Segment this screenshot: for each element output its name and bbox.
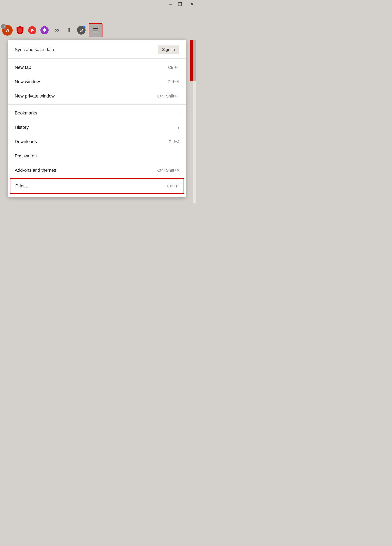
menu-item-print[interactable]: Print... Ctrl+P: [10, 178, 184, 194]
menu-item-passwords[interactable]: Passwords: [8, 149, 186, 163]
main-menu-button[interactable]: [89, 23, 102, 37]
notification-badge: 15: [1, 24, 6, 29]
infinity-icon: ∞: [55, 26, 59, 34]
brave-shields-button[interactable]: [15, 25, 25, 35]
history-chevron-icon: ›: [178, 125, 179, 130]
browser-toolbar: 15 w ✱ ∞ ⬆ ⊙: [0, 20, 196, 40]
asterisk-icon: ✱: [40, 26, 49, 34]
sync-label: Sync and save data: [15, 47, 54, 52]
window-controls: ─ ❐ ✕: [169, 2, 194, 6]
menu-item-new-window[interactable]: New window Ctrl+N: [8, 75, 186, 89]
profile-button[interactable]: ⊙: [76, 25, 86, 35]
menu-item-addons[interactable]: Add-ons and themes Ctrl+Shift+A: [8, 163, 186, 177]
title-bar: ─ ❐ ✕: [0, 0, 196, 20]
minimize-button[interactable]: ─: [169, 2, 172, 6]
brave-rewards-button[interactable]: ∞: [52, 25, 62, 35]
scrollbar-thumb[interactable]: [193, 40, 196, 81]
new-private-window-shortcut: Ctrl+Shift+P: [157, 94, 179, 98]
divider-2: [8, 104, 186, 105]
wallet-icon: 15 w: [2, 25, 13, 36]
downloads-shortcut: Ctrl+J: [168, 139, 179, 144]
new-window-label: New window: [15, 79, 40, 84]
main-menu-dropdown: Sync and save data Sign In New tab Ctrl+…: [8, 40, 186, 197]
downloads-label: Downloads: [15, 139, 37, 144]
brave-wallet-button[interactable]: 15 w: [2, 25, 13, 36]
avatar-icon: ⊙: [77, 26, 86, 35]
hamburger-icon: [93, 28, 98, 32]
menu-item-bookmarks[interactable]: Bookmarks ›: [8, 106, 186, 120]
menu-item-downloads[interactable]: Downloads Ctrl+J: [8, 135, 186, 149]
share-button[interactable]: ⬆: [64, 25, 74, 35]
notification-dot: [83, 26, 86, 28]
menu-item-new-tab[interactable]: New tab Ctrl+T: [8, 60, 186, 75]
print-shortcut: Ctrl+P: [167, 184, 179, 188]
play-triangle-icon: [31, 29, 34, 32]
shield-icon: [16, 26, 24, 35]
wallet-letter: w: [6, 28, 9, 33]
divider-1: [8, 58, 186, 59]
brave-talk-button[interactable]: [27, 25, 37, 35]
upload-icon: ⬆: [67, 27, 71, 33]
new-tab-label: New tab: [15, 65, 31, 70]
bookmarks-label: Bookmarks: [15, 110, 37, 116]
print-label: Print...: [15, 183, 28, 189]
play-circle-icon: [28, 26, 36, 34]
new-window-shortcut: Ctrl+N: [168, 79, 179, 84]
menu-item-new-private-window[interactable]: New private window Ctrl+Shift+P: [8, 89, 186, 103]
brave-leo-button[interactable]: ✱: [40, 25, 49, 35]
scrollbar-track[interactable]: [193, 40, 196, 203]
sync-header: Sync and save data Sign In: [8, 42, 186, 57]
menu-item-history[interactable]: History ›: [8, 120, 186, 135]
new-tab-shortcut: Ctrl+T: [168, 65, 179, 70]
passwords-label: Passwords: [15, 153, 37, 159]
new-private-window-label: New private window: [15, 93, 55, 99]
maximize-button[interactable]: ❐: [178, 2, 182, 6]
addons-label: Add-ons and themes: [15, 168, 56, 173]
history-label: History: [15, 125, 29, 130]
sign-in-button[interactable]: Sign In: [158, 45, 179, 54]
bookmarks-chevron-icon: ›: [178, 111, 179, 116]
close-button[interactable]: ✕: [190, 2, 194, 6]
addons-shortcut: Ctrl+Shift+A: [157, 168, 179, 173]
